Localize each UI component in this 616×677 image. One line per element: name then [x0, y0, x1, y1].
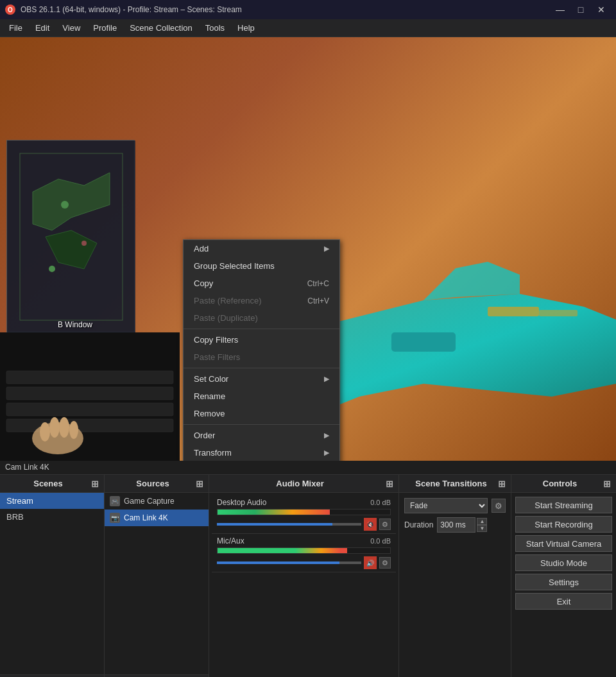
menu-profile[interactable]: Profile: [87, 21, 123, 35]
exit-button[interactable]: Exit: [515, 593, 612, 610]
ctx-rename[interactable]: Rename: [184, 388, 339, 405]
svg-rect-17: [539, 310, 578, 316]
titlebar: O OBS 26.1.1 (64-bit, windows) - Profile…: [0, 0, 616, 19]
menu-help[interactable]: Help: [231, 21, 261, 35]
ctx-paste-filters[interactable]: Paste Filters: [184, 348, 339, 366]
mixer-desktop-db: 0.0 dB: [370, 499, 391, 506]
transitions-panel-title: Scene Transitions: [404, 479, 498, 488]
cam-link-bar: Cam Link 4K: [0, 461, 616, 475]
scenes-panel-icon[interactable]: ⊞: [91, 479, 99, 489]
close-button[interactable]: ✕: [592, 1, 611, 19]
source-game-capture-icon: 🎮: [110, 496, 120, 506]
sources-panel-header: Sources ⊞: [105, 475, 209, 493]
game-weapon-area: [295, 204, 616, 461]
mixer-mic-controls: 🔊 ⚙: [217, 556, 391, 569]
scenes-panel: Scenes ⊞ Stream BRB + − ∧ ∨: [0, 475, 105, 677]
source-cam-link-icon: 📷: [110, 513, 120, 523]
ctx-transform[interactable]: Transform ▶: [184, 444, 339, 461]
mixer-desktop-label: Desktop Audio: [217, 498, 366, 507]
transitions-duration-input: ▲ ▼: [437, 517, 487, 533]
sources-list: 🎮 Game Capture 📷 Cam Link 4K: [105, 493, 209, 674]
svg-point-11: [40, 422, 50, 441]
mixer-mic-slider[interactable]: [217, 561, 361, 564]
maximize-button[interactable]: □: [571, 1, 590, 19]
transitions-duration-spinbox[interactable]: [437, 517, 475, 533]
scenes-panel-title: Scenes: [5, 479, 91, 488]
ctx-add[interactable]: Add ▶: [184, 240, 339, 257]
mixer-desktop-level: [218, 510, 330, 515]
menubar: File Edit View Profile Scene Collection …: [0, 19, 616, 37]
mixer-mic-level: [218, 548, 347, 553]
mixer-desktop-mute[interactable]: 🔇: [364, 518, 377, 531]
minimap-svg: [7, 141, 135, 333]
controls-panel-header: Controls ⊞: [511, 475, 616, 493]
window-controls: — □ ✕: [551, 1, 611, 19]
mixer-desktop-controls: 🔇 ⚙: [217, 518, 391, 531]
transitions-gear[interactable]: ⚙: [492, 499, 506, 513]
ctx-copy[interactable]: Copy Ctrl+C: [184, 275, 339, 292]
window-title: OBS 26.1.1 (64-bit, windows) - Profile: …: [21, 5, 551, 14]
transitions-spin-up[interactable]: ▲: [477, 518, 487, 525]
mixer-desktop-vol-fill: [217, 523, 332, 526]
keyboard-overlay: [0, 332, 180, 461]
controls-panel-icon[interactable]: ⊞: [603, 479, 611, 489]
ctx-set-color[interactable]: Set Color ▶: [184, 370, 339, 388]
context-menu: Add ▶ Group Selected Items Copy Ctrl+C P…: [183, 239, 340, 461]
keyboard-svg: [0, 332, 180, 461]
transitions-select-row: Fade Cut Swipe Slide Stinger ⚙: [404, 498, 506, 513]
minimize-button[interactable]: —: [551, 1, 570, 19]
weapon-svg: [295, 204, 616, 461]
transitions-duration-row: Duration ▲ ▼: [404, 517, 506, 533]
start-recording-button[interactable]: Start Recording: [515, 516, 612, 533]
controls-panel: Controls ⊞ Start Streaming Start Recordi…: [511, 475, 616, 677]
mixer-desktop-settings[interactable]: ⚙: [379, 518, 391, 530]
mixer-channel-desktop: Desktop Audio 0.0 dB 🔇 ⚙: [212, 495, 396, 534]
mixer-panel-title: Audio Mixer: [214, 479, 386, 488]
ctx-paste-reference[interactable]: Paste (Reference) Ctrl+V: [184, 292, 339, 309]
studio-mode-button[interactable]: Studio Mode: [515, 554, 612, 571]
start-virtual-camera-button[interactable]: Start Virtual Camera: [515, 535, 612, 552]
svg-rect-15: [391, 332, 456, 352]
mixer-panel-icon[interactable]: ⊞: [386, 479, 393, 489]
transitions-spin-down[interactable]: ▼: [477, 525, 487, 532]
svg-rect-6: [6, 371, 173, 384]
menu-file[interactable]: File: [3, 21, 29, 35]
menu-edit[interactable]: Edit: [29, 21, 56, 35]
scenes-list: Stream BRB: [0, 493, 104, 674]
scene-item-stream[interactable]: Stream: [0, 493, 104, 509]
menu-view[interactable]: View: [56, 21, 87, 35]
scenes-panel-footer: + − ∧ ∨: [0, 674, 104, 677]
scene-item-brb[interactable]: BRB: [0, 509, 104, 525]
transitions-spin-arrows: ▲ ▼: [477, 518, 487, 532]
mixer-mic-settings[interactable]: ⚙: [379, 557, 391, 569]
transitions-select[interactable]: Fade Cut Swipe Slide Stinger: [404, 498, 488, 513]
svg-rect-9: [6, 419, 173, 432]
ctx-order[interactable]: Order ▶: [184, 427, 339, 444]
mixer-desktop-row: Desktop Audio 0.0 dB: [217, 498, 391, 507]
svg-rect-7: [6, 387, 173, 400]
settings-button[interactable]: Settings: [515, 574, 612, 590]
svg-point-13: [59, 417, 69, 438]
mixer-mic-bar: [217, 547, 391, 554]
menu-scene-collection[interactable]: Scene Collection: [123, 21, 199, 35]
transitions-duration-label: Duration: [404, 520, 433, 529]
mixer-desktop-slider[interactable]: [217, 523, 361, 526]
ctx-paste-duplicate[interactable]: Paste (Duplicate): [184, 309, 339, 327]
transitions-panel-header: Scene Transitions ⊞: [399, 475, 511, 493]
source-item-cam-link[interactable]: 📷 Cam Link 4K: [105, 510, 209, 526]
mixer-mic-row: Mic/Aux 0.0 dB: [217, 536, 391, 545]
start-streaming-button[interactable]: Start Streaming: [515, 497, 612, 513]
ctx-group-selected[interactable]: Group Selected Items: [184, 257, 339, 275]
mixer-channel-mic: Mic/Aux 0.0 dB 🔊 ⚙: [212, 534, 396, 572]
transitions-panel: Scene Transitions ⊞ Fade Cut Swipe Slide…: [399, 475, 511, 677]
b-window-label: B Window: [58, 320, 92, 329]
sources-panel-icon[interactable]: ⊞: [196, 479, 203, 489]
menu-tools[interactable]: Tools: [199, 21, 231, 35]
svg-rect-16: [488, 307, 539, 316]
controls-buttons: Start Streaming Start Recording Start Vi…: [511, 493, 616, 677]
mixer-mic-mute[interactable]: 🔊: [364, 556, 377, 569]
source-item-game-capture[interactable]: 🎮 Game Capture: [105, 493, 209, 510]
transitions-panel-icon[interactable]: ⊞: [498, 479, 506, 489]
ctx-remove[interactable]: Remove: [184, 405, 339, 422]
ctx-copy-filters[interactable]: Copy Filters: [184, 331, 339, 348]
